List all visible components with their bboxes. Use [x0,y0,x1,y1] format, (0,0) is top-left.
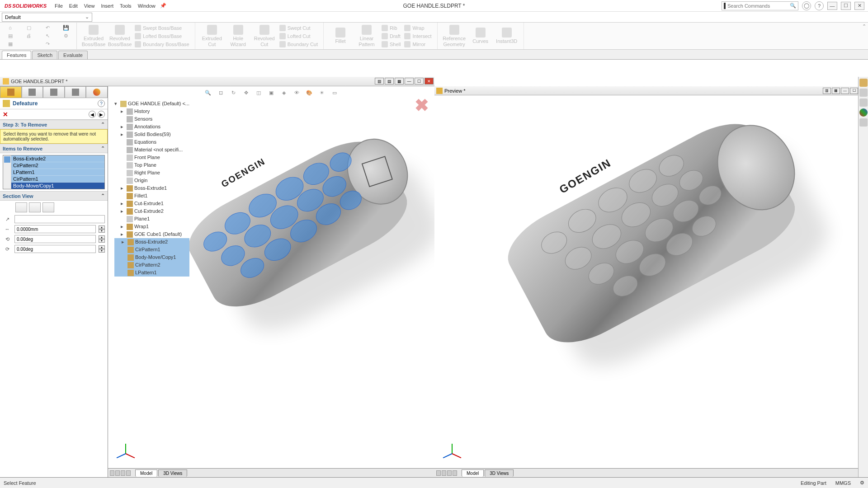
tree-item[interactable]: Sensors [134,115,152,123]
qa-redo-icon[interactable]: ↷ [39,41,57,48]
doc-close-icon[interactable]: ✕ [425,78,434,84]
fm-tab-config[interactable] [43,86,65,98]
shell-button[interactable]: Shell [380,41,402,48]
pm-prev-icon[interactable]: ◀ [89,111,96,118]
fillet-button[interactable]: Fillet [327,28,354,44]
document-tab-name[interactable]: GOE HANDLE.SLDPRT * [11,79,68,84]
expand-icon[interactable]: ▸ [121,108,125,115]
swept-boss-button[interactable]: Swept Boss/Base [133,24,191,32]
lofted-boss-button[interactable]: Lofted Boss/Base [133,33,191,40]
list-item-selected[interactable]: Body-Move/Copy1 [11,183,104,189]
qa-rebuild-icon[interactable]: ▦ [1,41,19,48]
doc-maximize-icon[interactable]: ☐ [415,78,424,84]
wrap-button[interactable]: Wrap [402,24,433,32]
btab-model[interactable]: Model [462,469,484,477]
close-button[interactable]: ✕ [854,2,864,10]
section-right-icon[interactable] [42,202,54,212]
pm-cancel-icon[interactable]: ✕ [3,111,8,118]
tree-item[interactable]: Solid Bodies(59) [134,131,171,138]
qa-save-icon[interactable]: 💾 [57,24,75,31]
btab-model[interactable]: Model [135,469,157,477]
appearance-icon[interactable]: 🎨 [304,88,314,97]
tree-item[interactable]: Cut-Extrude1 [134,200,164,207]
preview-max-icon[interactable]: ☐ [850,88,858,94]
revolved-cut-button[interactable]: Revolved Cut [251,25,278,47]
preview-triad[interactable] [443,436,462,455]
display-style-icon[interactable]: ▣ [266,88,276,97]
pm-step-header[interactable]: Step 3: To Remove ⌃ [0,120,108,129]
preview-min-icon[interactable]: — [841,88,849,94]
motion-ticks[interactable] [108,470,135,476]
pm-items-header[interactable]: Items to Remove ⌃ [0,144,108,153]
extruded-cut-button[interactable]: Extruded Cut [199,25,225,47]
expand-icon[interactable]: ▸ [121,184,125,192]
linear-pattern-button[interactable]: Linear Pattern [354,25,380,47]
tree-item[interactable]: Boss-Extrude2 [135,238,168,246]
motion-ticks[interactable] [434,470,462,476]
preview-split-icon[interactable]: ▥ [823,88,831,94]
tree-item[interactable]: GOE Cube1 (Default) [134,230,182,238]
revolved-boss-button[interactable]: Revolved Boss/Base [107,25,133,47]
view-triad[interactable] [117,436,135,455]
tree-item[interactable]: CirPattern1 [135,246,160,253]
minimize-button[interactable]: — [827,2,837,10]
pan-icon[interactable]: ✥ [241,88,251,97]
help-icon[interactable]: ? [815,1,824,10]
tree-item[interactable]: Top Plane [134,161,156,169]
spin-up-icon[interactable]: ▲ [99,225,105,229]
list-item[interactable]: LPattern1 [11,169,104,176]
menu-window[interactable]: Window [138,3,156,9]
btab-3dviews[interactable]: 3D Views [158,469,187,477]
menu-insert[interactable]: Insert [101,3,113,9]
section-icon[interactable]: ◫ [254,88,264,97]
angle2-input[interactable] [14,245,96,253]
doc-split-h-icon[interactable]: ▥ [375,78,384,84]
distance-input[interactable] [14,225,96,233]
task-home-icon[interactable] [859,79,868,87]
tree-item[interactable]: Boss-Extrude1 [134,184,167,192]
draft-button[interactable]: Draft [380,33,402,40]
spin-up-icon[interactable]: ▲ [99,235,105,239]
pm-help-icon[interactable]: ? [98,100,105,107]
spin-down-icon[interactable]: ▼ [99,239,105,243]
section-top-icon[interactable] [29,202,41,212]
task-custom-icon[interactable] [859,118,868,127]
pin-icon[interactable]: 📌 [160,3,166,9]
tab-sketch[interactable]: Sketch [32,51,57,59]
fm-tab-property[interactable] [22,86,43,98]
hide-show-icon[interactable]: 👁 [292,88,302,97]
preview-split2-icon[interactable]: ▦ [832,88,840,94]
btab-3dviews[interactable]: 3D Views [485,469,514,477]
tab-evaluate[interactable]: Evaluate [58,51,88,59]
rotate-icon[interactable]: ↻ [228,88,238,97]
preview-viewport[interactable]: GOENGIN [434,95,868,468]
search-input[interactable] [727,3,790,9]
tree-item[interactable]: Cut-Extrude2 [134,207,164,215]
pm-next-icon[interactable]: ▶ [98,111,105,118]
search-commands-box[interactable]: 🔍 [722,1,798,10]
task-lib-icon[interactable] [859,89,868,97]
user-icon[interactable]: ◯ [802,1,811,10]
menu-edit[interactable]: Edit [69,3,78,9]
search-icon[interactable]: 🔍 [790,3,796,9]
hole-wizard-button[interactable]: Hole Wizard [225,25,251,47]
tree-item[interactable]: Material <not specifi... [134,146,183,154]
view-orient-icon[interactable]: ◈ [279,88,289,97]
angle1-input[interactable] [14,235,96,243]
expand-icon[interactable]: ▸ [121,131,125,138]
ref-geometry-button[interactable]: Reference Geometry [441,25,467,47]
swept-cut-button[interactable]: Swept Cut [278,24,320,32]
zoom-fit-icon[interactable]: 🔍 [203,88,213,97]
doc-split-v-icon[interactable]: ▤ [385,78,394,84]
qa-select-icon[interactable]: ↖ [39,32,57,39]
section-plane-input[interactable] [14,215,105,223]
expand-icon[interactable]: ▸ [122,238,126,246]
expand-icon[interactable]: ▸ [121,230,125,238]
expand-icon[interactable]: ▾ [114,100,119,108]
tree-item[interactable]: Origin [134,177,147,184]
expand-icon[interactable]: ▸ [121,123,125,131]
spin-up-icon[interactable]: ▲ [99,245,105,249]
status-units[interactable]: MMGS [835,480,851,486]
render-icon[interactable]: ▭ [330,88,340,97]
status-gear-icon[interactable]: ⚙ [860,480,864,486]
